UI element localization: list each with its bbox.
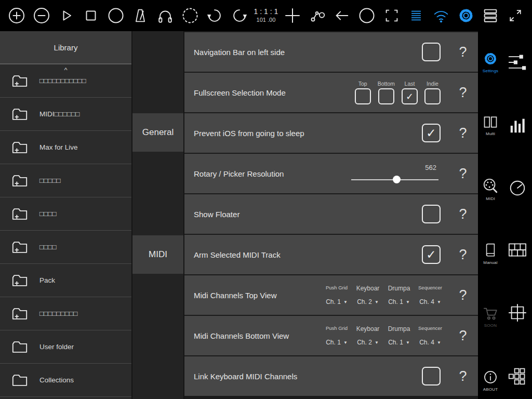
remove-circle-button[interactable]: [31, 4, 52, 27]
channel-select[interactable]: Ch. 1▼: [384, 298, 414, 305]
redo-icon: [231, 7, 248, 24]
checkbox[interactable]: [424, 88, 441, 104]
nodes-icon: [309, 7, 326, 24]
channel-column-header: Sequencer: [416, 285, 445, 292]
back-button[interactable]: [331, 4, 352, 27]
checkbox[interactable]: [422, 367, 441, 385]
library-folder-item[interactable]: □□□□: [0, 197, 131, 231]
library-folder-item[interactable]: □□□□□: [0, 164, 131, 197]
collapse-caret-icon[interactable]: ^: [64, 66, 67, 74]
play-button[interactable]: [56, 4, 76, 27]
chevron-down-icon: ▼: [406, 300, 410, 304]
drum-pads-icon: [507, 241, 528, 259]
midi-channels-control: Push Grid Keyboar Drumpa Sequencer Ch. 1…: [322, 285, 445, 305]
library-folder-item[interactable]: MIDI□□□□□□: [0, 98, 131, 131]
checkbox[interactable]: [422, 43, 441, 61]
help-button[interactable]: ?: [448, 166, 478, 182]
checkbox-checked[interactable]: ✓: [422, 124, 441, 142]
nav-item-about[interactable]: ABOUT: [483, 369, 498, 392]
channel-select[interactable]: Ch. 4▼: [416, 298, 445, 305]
record-circle-icon: [107, 6, 125, 25]
resize-button[interactable]: [505, 4, 526, 27]
library-folder-item[interactable]: Pack: [0, 264, 131, 297]
view-crosshair-button[interactable]: [508, 303, 527, 325]
help-button[interactable]: ?: [448, 125, 478, 141]
view-blocks-button[interactable]: [507, 367, 528, 388]
channel-select[interactable]: Ch. 1▼: [322, 339, 351, 346]
connections-button[interactable]: [307, 4, 328, 27]
channel-select[interactable]: Ch. 4▼: [416, 339, 445, 346]
list-button[interactable]: [406, 4, 427, 27]
help-button[interactable]: ?: [448, 368, 478, 384]
checkbox-checked[interactable]: ✓: [402, 88, 418, 104]
category-general[interactable]: General: [132, 113, 183, 152]
checkbox-checked[interactable]: ✓: [422, 245, 441, 264]
library-folder-item[interactable]: □□□□□□□□□: [0, 297, 131, 330]
checkbox[interactable]: [355, 88, 371, 104]
view-hierarchy-button[interactable]: [507, 53, 528, 74]
loop-button[interactable]: [180, 4, 201, 27]
channel-column-header: Drumpa: [384, 285, 414, 292]
view-switcher-sidebar: [503, 31, 532, 399]
nav-label: Manual: [483, 260, 497, 265]
overdub-button[interactable]: [356, 4, 377, 27]
time-display[interactable]: 1 : 1 : 1 101 .00: [254, 7, 278, 23]
view-meters-button[interactable]: [508, 116, 527, 137]
library-folder-item[interactable]: User folder: [0, 330, 131, 364]
stop-button[interactable]: [81, 4, 101, 27]
wifi-button[interactable]: [431, 4, 451, 27]
library-folder-item[interactable]: Max for Live: [0, 131, 131, 164]
category-midi[interactable]: MIDI: [132, 235, 183, 274]
channel-select[interactable]: Ch. 2▼: [353, 339, 382, 346]
help-button[interactable]: ?: [448, 287, 478, 303]
slider-track[interactable]: [351, 176, 438, 183]
setting-row-midi-channels-bottom: Midi Channels Bottom View Push Grid Keyb…: [184, 316, 478, 355]
channel-headers: Push Grid Keyboar Drumpa Sequencer: [322, 325, 445, 332]
channel-select[interactable]: Ch. 1▼: [384, 339, 414, 346]
setting-row-show-floater: Show Floater ?: [184, 194, 478, 234]
view-pads-button[interactable]: [507, 241, 528, 261]
redo-button[interactable]: [229, 4, 250, 27]
checkbox[interactable]: [378, 88, 394, 104]
nav-item-multi[interactable]: Multi: [483, 115, 498, 136]
chevron-down-icon: ▼: [375, 300, 379, 304]
folder-plus-icon: [11, 107, 28, 121]
help-button[interactable]: ?: [448, 328, 478, 344]
setting-row-fullscreen-mode: Fullscreen Selection Mode Top Bottom Las…: [184, 73, 478, 112]
settings-button[interactable]: [456, 4, 476, 27]
folder-plus-icon: [11, 174, 28, 188]
channel-select[interactable]: Ch. 1▼: [322, 298, 351, 305]
folder-icon: [11, 373, 28, 387]
add-circle-button[interactable]: [6, 4, 27, 27]
library-folder-item[interactable]: ^ □□□□□□□□□□□: [0, 64, 131, 98]
channel-selects: Ch. 1▼ Ch. 2▼ Ch. 1▼ Ch. 4▼: [322, 339, 445, 346]
help-button[interactable]: ?: [448, 85, 478, 101]
chevron-down-icon: ▼: [406, 340, 410, 345]
view-clock-button[interactable]: [508, 179, 527, 200]
library-folder-item[interactable]: Collections: [0, 364, 131, 397]
resolution-slider[interactable]: 562: [351, 164, 438, 183]
slider-thumb[interactable]: [393, 176, 401, 183]
library-folder-item[interactable]: □□□□: [0, 231, 131, 264]
library-sidebar: Library ^ □□□□□□□□□□□ MIDI□□□□□□ Max for…: [0, 31, 132, 399]
nav-item-midi[interactable]: MIDI: [482, 178, 499, 201]
help-button[interactable]: ?: [448, 206, 478, 222]
channel-select[interactable]: Ch. 2▼: [353, 298, 382, 305]
record-button[interactable]: [105, 4, 126, 27]
tracks-view-button[interactable]: [480, 4, 501, 27]
setting-label: Navigation Bar on left side: [194, 48, 422, 57]
selection-frame-button[interactable]: [381, 4, 402, 27]
undo-button[interactable]: [204, 4, 225, 27]
channel-value: Ch. 1: [388, 339, 403, 346]
help-button[interactable]: ?: [448, 247, 478, 263]
help-button[interactable]: ?: [448, 44, 478, 60]
checkbox[interactable]: [422, 205, 441, 223]
nav-item-manual[interactable]: Manual: [483, 243, 498, 265]
nav-item-store: SOON: [483, 307, 498, 328]
setting-row-navigation-bar: Navigation Bar on left side ?: [184, 32, 478, 72]
metronome-button[interactable]: [130, 4, 151, 27]
nav-item-settings[interactable]: Settings: [483, 51, 499, 73]
cue-button[interactable]: [155, 4, 176, 27]
setting-label: Fullscreen Selection Mode: [194, 88, 355, 97]
add-track-button[interactable]: [282, 4, 303, 27]
